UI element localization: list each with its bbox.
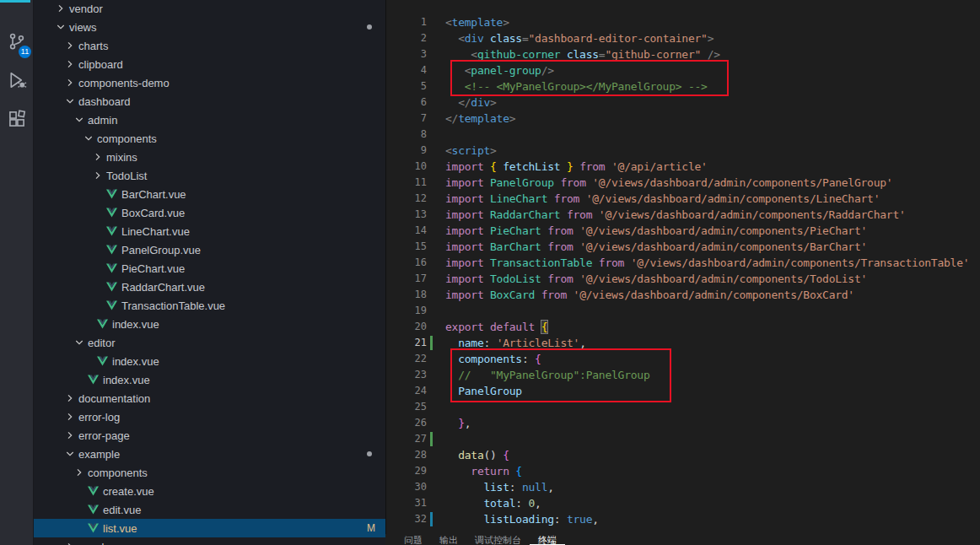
code-line[interactable]: 25 — [386, 399, 980, 415]
code-line[interactable]: 9<script> — [386, 143, 980, 159]
editor-pane[interactable]: 1<template>2 <div class="dashboard-edito… — [385, 0, 980, 545]
code-text: <!-- <MyPanelGroup></MyPanelGroup> --> — [445, 78, 708, 94]
tree-item-file-RaddarChart.vue[interactable]: RaddarChart.vue — [34, 278, 385, 296]
tree-item-file-PanelGroup.vue[interactable]: PanelGroup.vue — [34, 240, 385, 259]
code-line[interactable]: 5 <!-- <MyPanelGroup></MyPanelGroup> --> — [386, 78, 980, 94]
code-line[interactable]: 7</template> — [386, 111, 980, 127]
tree-item-file-BoxCard.vue[interactable]: BoxCard.vue — [34, 203, 385, 222]
chevron-down-icon[interactable] — [63, 94, 77, 108]
panel-tab-输出[interactable]: 输出 — [431, 534, 466, 545]
vue-file-icon — [105, 226, 118, 236]
tree-item-file-BarChart.vue[interactable]: BarChart.vue — [34, 185, 385, 203]
code-line[interactable]: 21 name: 'ArticleList', — [386, 335, 980, 351]
chevron-right-icon[interactable] — [63, 76, 77, 89]
code-line[interactable]: 26 }, — [386, 415, 980, 431]
tree-item-folder-editor[interactable]: editor — [34, 333, 385, 352]
tree-item-folder-components-demo[interactable]: components-demo — [34, 73, 385, 92]
code-line[interactable]: 14import PieChart from '@/views/dashboar… — [386, 223, 980, 239]
code-line[interactable]: 16import TransactionTable from '@/views/… — [386, 255, 980, 271]
tree-item-label: PieChart.vue — [121, 262, 185, 275]
code-line[interactable]: 23 // "MyPanelGroup":PanelGroup — [386, 367, 980, 383]
chevron-down-icon[interactable] — [73, 336, 86, 349]
source-control-button[interactable]: 11 — [0, 24, 34, 62]
tree-item-folder-components[interactable]: components — [34, 463, 385, 482]
tree-item-folder-components[interactable]: components — [34, 129, 385, 148]
chevron-right-icon[interactable] — [91, 150, 105, 164]
line-number: 17 — [386, 271, 427, 287]
code-line[interactable]: 29 return { — [386, 463, 980, 479]
chevron-right-icon[interactable] — [63, 39, 77, 52]
tree-item-file-index.vue[interactable]: index.vue — [34, 352, 385, 370]
code-line[interactable]: 13import RaddarChart from '@/views/dashb… — [386, 207, 980, 223]
code-line[interactable]: 10import { fetchList } from '@/api/artic… — [386, 159, 980, 175]
tree-item-folder-dashboard[interactable]: dashboard — [34, 92, 385, 111]
chevron-right-icon[interactable] — [91, 169, 105, 182]
code-line[interactable]: 32 listLoading: true, — [386, 511, 980, 527]
tree-item-file-index.vue[interactable]: index.vue — [34, 370, 385, 389]
code-line[interactable]: 2 <div class="dashboard-editor-container… — [386, 30, 980, 46]
code-line[interactable]: 30 list: null, — [386, 479, 980, 495]
code-line[interactable]: 27 — [386, 431, 980, 447]
code-line[interactable]: 15import BarChart from '@/views/dashboar… — [386, 239, 980, 255]
chevron-down-icon[interactable] — [54, 20, 67, 34]
chevron-right-icon[interactable] — [63, 540, 77, 545]
tree-item-folder-example[interactable]: example — [34, 445, 385, 463]
code-line[interactable]: 31 total: 0, — [386, 495, 980, 511]
run-debug-button[interactable] — [0, 62, 34, 101]
code-line[interactable]: 3 <github-corner class="github-corner" /… — [386, 46, 980, 62]
code-line[interactable]: 8 — [386, 127, 980, 143]
code-line[interactable]: 18import BoxCard from '@/views/dashboard… — [386, 287, 980, 303]
code-line[interactable]: 1<template> — [386, 14, 980, 30]
tree-item-folder-excel[interactable]: excel — [34, 537, 385, 545]
chevron-right-icon[interactable] — [63, 410, 77, 424]
tree-item-file-LineChart.vue[interactable]: LineChart.vue — [34, 222, 385, 240]
code-line[interactable]: 24 PanelGroup — [386, 383, 980, 399]
tree-item-folder-views[interactable]: views — [34, 18, 385, 36]
chevron-down-icon[interactable] — [73, 113, 86, 127]
code-line[interactable]: 4 <panel-group/> — [386, 62, 980, 78]
tree-item-file-edit.vue[interactable]: edit.vue — [34, 500, 385, 519]
panel-tab-调试控制台[interactable]: 调试控制台 — [466, 534, 530, 545]
tree-item-folder-TodoList[interactable]: TodoList — [34, 166, 385, 185]
tree-item-file-TransactionTable.vue[interactable]: TransactionTable.vue — [34, 296, 385, 315]
chevron-right-icon[interactable] — [73, 466, 86, 479]
code-area[interactable]: 1<template>2 <div class="dashboard-edito… — [386, 14, 980, 527]
tree-item-label: example — [78, 448, 120, 461]
tree-item-folder-documentation[interactable]: documentation — [34, 389, 385, 407]
extensions-button[interactable] — [0, 101, 34, 140]
tree-item-file-PieChart.vue[interactable]: PieChart.vue — [34, 259, 385, 278]
code-line[interactable]: 17import TodoList from '@/views/dashboar… — [386, 271, 980, 287]
code-line[interactable]: 28 data() { — [386, 447, 980, 463]
gutter-space — [428, 94, 435, 111]
tree-item-folder-vendor[interactable]: vendor — [34, 0, 385, 18]
chevron-right-icon[interactable] — [63, 429, 77, 442]
panel-tab-问题[interactable]: 问题 — [396, 534, 431, 545]
line-number: 23 — [386, 367, 427, 383]
chevron-down-icon[interactable] — [63, 447, 77, 461]
tree-item-file-create.vue[interactable]: create.vue — [34, 482, 385, 500]
tree-item-file-list.vue[interactable]: list.vueM — [34, 519, 385, 537]
tree-item-folder-admin[interactable]: admin — [34, 111, 385, 129]
code-text: <script> — [445, 143, 497, 159]
gutter-space — [428, 111, 435, 127]
chevron-down-icon[interactable] — [82, 132, 95, 145]
code-text: total: 0, — [445, 495, 541, 511]
code-line[interactable]: 22 components: { — [386, 351, 980, 367]
line-number: 18 — [386, 287, 427, 303]
chevron-right-icon[interactable] — [63, 57, 77, 71]
tree-item-folder-error-page[interactable]: error-page — [34, 426, 385, 445]
tree-item-folder-mixins[interactable]: mixins — [34, 148, 385, 166]
chevron-right-icon[interactable] — [54, 2, 67, 15]
tree-item-folder-error-log[interactable]: error-log — [34, 407, 385, 426]
code-line[interactable]: 6 </div> — [386, 94, 980, 111]
tree-item-folder-charts[interactable]: charts — [34, 36, 385, 55]
panel-tab-终端[interactable]: 终端 — [530, 534, 565, 545]
chevron-right-icon[interactable] — [63, 391, 77, 405]
code-line[interactable]: 19 — [386, 303, 980, 319]
tree-item-folder-clipboard[interactable]: clipboard — [34, 55, 385, 73]
code-line[interactable]: 11import PanelGroup from '@/views/dashbo… — [386, 175, 980, 191]
code-line[interactable]: 12import LineChart from '@/views/dashboa… — [386, 191, 980, 207]
tree-item-file-index.vue[interactable]: index.vue — [34, 315, 385, 333]
code-line[interactable]: 20export default { — [386, 319, 980, 335]
gutter-space — [428, 175, 435, 191]
